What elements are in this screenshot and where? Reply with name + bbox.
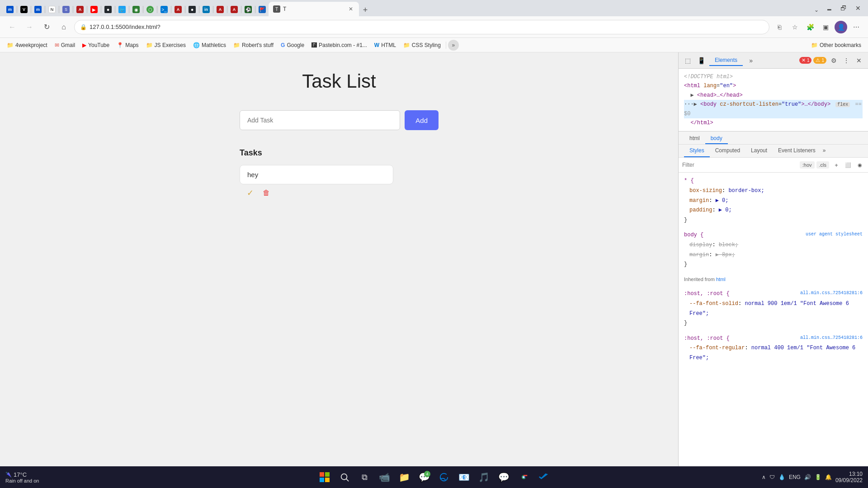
- active-tab[interactable]: T T ✕: [269, 2, 359, 16]
- devtools-more-icon[interactable]: ⋮: [841, 55, 852, 66]
- share-button[interactable]: ⎗: [773, 21, 786, 33]
- devtools-settings-icon[interactable]: ⚙: [828, 55, 839, 66]
- devtools-close-icon[interactable]: ✕: [854, 55, 864, 66]
- css-source-all-min2[interactable]: all.min.css…725418281:6: [800, 334, 863, 342]
- bookmark-gmail[interactable]: ✉ Gmail: [52, 41, 78, 50]
- tab-youtube[interactable]: ▶: [88, 3, 100, 16]
- minimize-button[interactable]: 🗕: [823, 2, 835, 14]
- up-arrow-icon[interactable]: ∧: [762, 474, 766, 480]
- language-indicator[interactable]: ENG: [789, 474, 801, 480]
- tab-flag[interactable]: 🚩: [256, 3, 269, 16]
- task-view-button[interactable]: ⧉: [356, 469, 373, 485]
- tab-arxiv[interactable]: A: [74, 3, 86, 16]
- chat-button[interactable]: 📹: [376, 469, 392, 485]
- bookmark-mathletics[interactable]: 🌐 Mathletics: [190, 41, 229, 50]
- styles-more-button[interactable]: »: [821, 145, 828, 157]
- profile-avatar[interactable]: 👤: [835, 21, 847, 33]
- add-css-rule-icon[interactable]: +: [832, 160, 841, 169]
- teams-button[interactable]: 💬 4: [416, 469, 432, 485]
- add-task-button[interactable]: Add: [405, 110, 439, 130]
- spotify-button[interactable]: 🎵: [476, 469, 492, 485]
- forward-button[interactable]: →: [23, 20, 36, 34]
- styles-tab-styles[interactable]: Styles: [684, 145, 710, 157]
- close-window-button[interactable]: ✕: [852, 2, 864, 14]
- tab-github2[interactable]: ●: [186, 3, 198, 16]
- head-triangle[interactable]: ▶: [690, 92, 693, 99]
- html-link[interactable]: html: [716, 277, 726, 282]
- tab-linkedin[interactable]: in: [200, 3, 212, 16]
- bookmark-google[interactable]: G Google: [278, 41, 307, 50]
- maximize-button[interactable]: 🗗: [837, 2, 850, 14]
- weather-widget[interactable]: 🌂 17°C Rain off and on: [5, 471, 39, 483]
- tab-other[interactable]: S: [60, 3, 72, 16]
- tab-notion[interactable]: N: [46, 3, 58, 16]
- edge-button[interactable]: [436, 469, 452, 485]
- bookmark-maps[interactable]: 📍 Maps: [113, 41, 142, 50]
- bookmark-css-styling[interactable]: 📁 CSS Styling: [400, 41, 444, 50]
- tab-arxiv2[interactable]: A: [172, 3, 184, 16]
- messenger-button[interactable]: 💬: [495, 469, 512, 485]
- tab-overflow-button[interactable]: ⌄: [810, 4, 823, 16]
- close-tab-button[interactable]: ✕: [347, 5, 354, 13]
- css-filter-input[interactable]: [682, 160, 797, 170]
- sub-tab-body[interactable]: body: [705, 133, 728, 144]
- chrome-button[interactable]: [515, 469, 532, 485]
- filter-cls[interactable]: .cls: [816, 161, 830, 169]
- tab-trello[interactable]: m: [4, 3, 16, 16]
- delete-task-button[interactable]: 🗑: [263, 188, 270, 198]
- color-format-icon[interactable]: ◉: [855, 160, 864, 169]
- more-tabs-icon[interactable]: »: [745, 55, 756, 66]
- refresh-button[interactable]: ↻: [40, 20, 53, 34]
- settings-button[interactable]: ⋯: [850, 21, 863, 33]
- battery-icon[interactable]: 🔋: [815, 474, 821, 480]
- antivirus-icon[interactable]: 🛡: [769, 474, 775, 480]
- css-source-all-min[interactable]: all.min.css…725418281:6: [800, 289, 863, 297]
- complete-task-button[interactable]: ✓: [247, 188, 254, 198]
- bookmark-button[interactable]: ☆: [788, 21, 801, 33]
- bookmark-html[interactable]: W HTML: [371, 41, 399, 50]
- search-button[interactable]: [336, 469, 353, 485]
- tab-arxiv3[interactable]: A: [214, 3, 226, 16]
- device-toolbar-icon[interactable]: 📱: [696, 55, 707, 66]
- add-task-input[interactable]: [240, 110, 400, 130]
- dom-body[interactable]: ···▶ <body cz-shortcut-listen="true">…</…: [684, 100, 863, 118]
- sidebar-button[interactable]: ▣: [819, 21, 832, 33]
- tab-trello2[interactable]: m: [32, 3, 44, 16]
- bookmark-4weekproject[interactable]: 📁 4weekproject: [4, 41, 51, 50]
- styles-tab-computed[interactable]: Computed: [710, 145, 745, 157]
- clock[interactable]: 13:10 09/09/2022: [835, 471, 863, 483]
- bookmark-roberts-stuff[interactable]: 📁 Robert's stuff: [230, 41, 277, 50]
- new-tab-button[interactable]: +: [359, 4, 372, 16]
- tab-vero[interactable]: V: [18, 3, 30, 16]
- inspect-element-icon[interactable]: ⬚: [682, 55, 693, 66]
- css-source-link[interactable]: user agent stylesheet: [806, 230, 863, 239]
- tab-green2[interactable]: ⬡: [144, 3, 156, 16]
- bookmark-pastebin[interactable]: 🅿 Pastebin.com - #1...: [308, 41, 370, 50]
- bookmark-js-exercises[interactable]: 📁 JS Exercises: [143, 41, 189, 50]
- back-button[interactable]: ←: [5, 20, 19, 34]
- tab-github[interactable]: ●: [102, 3, 114, 16]
- home-button[interactable]: ⌂: [57, 20, 71, 34]
- tab-arxiv4[interactable]: A: [228, 3, 241, 16]
- extensions-button[interactable]: 🧩: [804, 21, 816, 33]
- dropbox-icon[interactable]: 💧: [778, 474, 785, 480]
- vscode-button[interactable]: [535, 469, 552, 485]
- bookmark-youtube[interactable]: ▶ YouTube: [79, 41, 113, 50]
- filter-hov[interactable]: :hov: [800, 161, 815, 169]
- mail-button[interactable]: 📧: [456, 469, 472, 485]
- file-explorer-button[interactable]: 📁: [396, 469, 412, 485]
- bookmark-other[interactable]: 📁 Other bookmarks: [808, 41, 864, 50]
- address-bar[interactable]: 🔒 127.0.0.1:5500/index.html?: [74, 20, 769, 34]
- tab-blue-cmd[interactable]: >_: [158, 3, 170, 16]
- tab-twitter[interactable]: 🐦: [116, 3, 128, 16]
- styles-tab-event-listeners[interactable]: Event Listeners: [773, 145, 821, 157]
- styles-tab-layout[interactable]: Layout: [745, 145, 773, 157]
- tab-elements[interactable]: Elements: [709, 55, 743, 66]
- bookmarks-more-button[interactable]: »: [448, 40, 459, 51]
- toggle-device-icon[interactable]: ⬜: [844, 160, 853, 169]
- volume-icon[interactable]: 🔊: [804, 474, 811, 480]
- start-button[interactable]: [316, 469, 333, 485]
- tab-dark-green[interactable]: ⚽: [242, 3, 255, 16]
- notification-icon[interactable]: 🔔: [825, 474, 832, 480]
- sub-tab-html[interactable]: html: [684, 133, 705, 144]
